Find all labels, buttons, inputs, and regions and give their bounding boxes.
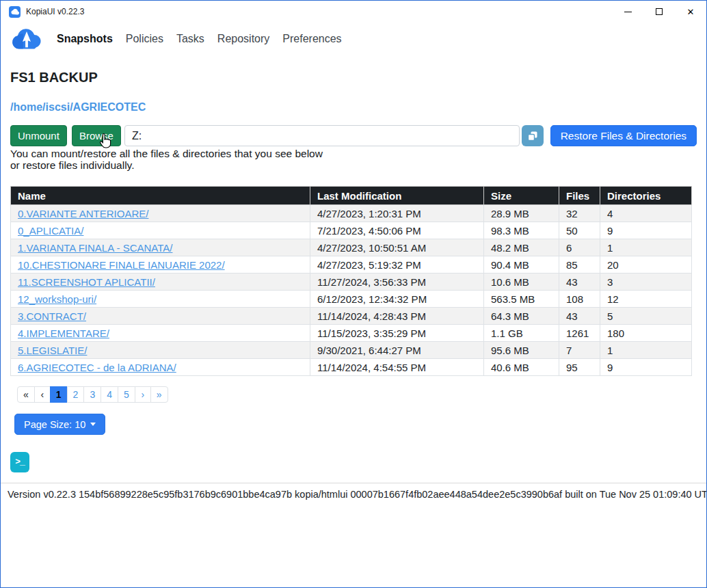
browse-button[interactable]: Browse [72,125,121,146]
dir-name-cell: 3.CONTRACT/ [11,308,310,325]
column-header-size: Size [484,187,559,205]
files-cell: 85 [559,256,600,273]
directories-cell: 12 [600,291,692,308]
nav-tab-tasks[interactable]: Tasks [176,31,205,46]
dir-link[interactable]: 5.LEGISLATIE/ [18,345,87,356]
last-page-button[interactable]: » [150,386,168,403]
window-title: KopiaUI v0.22.3 [26,7,612,16]
dir-link[interactable]: 0_APLICATIA/ [18,225,83,237]
table-row: 11.SCREENSHOT APLICATII/11/27/2024, 3:56… [11,273,692,291]
restore-files-button[interactable]: Restore Files & Directories [550,125,697,146]
table-row: 4.IMPLEMENTARE/11/15/2023, 3:35:29 PM1.1… [11,325,692,342]
dir-link[interactable]: 6.AGRIECOTEC - de la ADRIANA/ [18,362,176,373]
size-cell: 40.6 MB [484,359,559,376]
nav-tab-snapshots[interactable]: Snapshots [56,31,114,46]
dir-name-cell: 10.CHESTIONARE FINALE IANUARIE 2022/ [11,256,310,273]
kopiaui-window: KopiaUI v0.22.3 ✕ SnapshotsPoliciesTasks… [0,0,707,588]
last-modification-cell: 4/27/2023, 10:50:51 AM [310,239,484,256]
page-4-button[interactable]: 4 [101,386,118,403]
app-cloud-icon [9,6,21,18]
column-header-files: Files [559,187,600,205]
column-header-last-modification: Last Modification [310,187,484,205]
title-bar: KopiaUI v0.22.3 ✕ [1,1,706,23]
size-cell: 28.9 MB [484,205,559,222]
previous-page-button[interactable]: ‹ [34,386,51,403]
mount-point-input[interactable] [124,125,520,146]
last-modification-cell: 11/27/2024, 3:56:33 PM [310,273,484,291]
directories-cell: 5 [600,308,692,325]
last-modification-cell: 7/21/2023, 4:50:06 PM [310,222,484,239]
unmount-button[interactable]: Unmount [10,125,67,146]
caret-down-icon [90,423,96,426]
directories-cell: 180 [600,325,692,342]
first-page-button[interactable]: « [17,386,35,403]
dir-name-cell: 5.LEGISLATIE/ [11,342,310,359]
column-header-name: Name [11,187,310,205]
header-row: NameLast ModificationSizeFilesDirectorie… [11,187,692,205]
dir-link[interactable]: 11.SCREENSHOT APLICATII/ [18,276,155,288]
version-footer: Version v0.22.3 154bf56899228e5c95fb3176… [1,483,706,505]
files-cell: 108 [559,291,600,308]
last-modification-cell: 11/14/2024, 4:54:55 PM [310,359,484,376]
files-cell: 7 [559,342,600,359]
last-modification-cell: 11/14/2024, 4:28:43 PM [310,308,484,325]
nav-tab-repository[interactable]: Repository [217,31,270,46]
minimize-button[interactable] [612,1,643,23]
dir-name-cell: 0_APLICATIA/ [11,222,310,239]
page-3-button[interactable]: 3 [83,386,101,403]
directories-cell: 4 [600,205,692,222]
nav-tab-preferences[interactable]: Preferences [282,31,342,46]
snapshot-table-body: 0.VARIANTE ANTERIOARE/4/27/2023, 1:20:31… [11,205,692,376]
dir-name-cell: 12_workshop-uri/ [11,291,310,308]
table-row: 1.VARIANTA FINALA - SCANATA/4/27/2023, 1… [11,239,692,256]
table-row: 5.LEGISLATIE/9/30/2021, 6:44:27 PM95.6 M… [11,342,692,359]
mount-description-line2: or restore files individually. [10,159,697,171]
dir-link[interactable]: 0.VARIANTE ANTERIOARE/ [18,208,148,219]
dir-name-cell: 4.IMPLEMENTARE/ [11,325,310,342]
last-modification-cell: 4/27/2023, 1:20:31 PM [310,205,484,222]
terminal-icon: >_ [15,457,25,467]
table-row: 0.VARIANTE ANTERIOARE/4/27/2023, 1:20:31… [11,205,692,222]
close-button[interactable]: ✕ [675,1,706,23]
table-row: 12_workshop-uri/6/12/2023, 12:34:32 PM56… [11,291,692,308]
dir-link[interactable]: 1.VARIANTA FINALA - SCANATA/ [18,242,172,254]
snapshot-table-header: NameLast ModificationSizeFilesDirectorie… [11,187,692,205]
directories-cell: 9 [600,359,692,376]
copy-button[interactable] [522,125,544,146]
next-page-button[interactable]: › [135,386,151,403]
size-cell: 48.2 MB [484,239,559,256]
maximize-button[interactable] [643,1,675,23]
page-5-button[interactable]: 5 [118,386,135,403]
dir-link[interactable]: 4.IMPLEMENTARE/ [18,328,109,339]
page-1-button[interactable]: 1 [50,386,68,403]
mount-description: You can mount/restore all the files & di… [10,148,697,171]
size-cell: 10.6 MB [484,273,559,291]
last-modification-cell: 6/12/2023, 12:34:32 PM [310,291,484,308]
size-cell: 64.3 MB [484,308,559,325]
terminal-button[interactable]: >_ [10,452,29,472]
size-cell: 563.5 MB [484,291,559,308]
nav-tabs: SnapshotsPoliciesTasksRepositoryPreferen… [56,31,343,46]
files-cell: 6 [559,239,600,256]
files-cell: 43 [559,273,600,291]
files-cell: 43 [559,308,600,325]
pagination: «‹12345›» [17,386,706,403]
page-2-button[interactable]: 2 [67,386,85,403]
directories-cell: 1 [600,239,692,256]
size-cell: 95.6 MB [484,342,559,359]
size-cell: 98.3 MB [484,222,559,239]
dir-link[interactable]: 3.CONTRACT/ [18,310,86,322]
column-header-directories: Directories [600,187,692,205]
directories-cell: 1 [600,342,692,359]
page-size-dropdown[interactable]: Page Size: 10 [14,414,105,435]
dir-name-cell: 6.AGRIECOTEC - de la ADRIANA/ [11,359,310,376]
table-row: 3.CONTRACT/11/14/2024, 4:28:43 PM64.3 MB… [11,308,692,325]
kopia-cloud-icon [10,27,43,50]
dir-link[interactable]: 10.CHESTIONARE FINALE IANUARIE 2022/ [18,259,225,271]
nav-tab-policies[interactable]: Policies [125,31,164,46]
source-path-link[interactable]: /home/iscsi/AGRIECOTEC [10,101,146,113]
dir-link[interactable]: 12_workshop-uri/ [18,293,96,305]
dir-name-cell: 1.VARIANTA FINALA - SCANATA/ [11,239,310,256]
minimize-icon [624,12,632,12]
copy-icon [527,131,538,142]
